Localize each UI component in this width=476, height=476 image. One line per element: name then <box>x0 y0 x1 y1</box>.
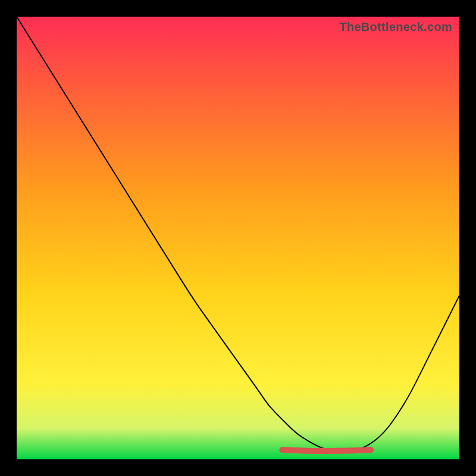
optimal-range-marker <box>282 450 371 451</box>
bottleneck-curve <box>17 17 459 450</box>
chart-frame: TheBottleneck.com <box>0 0 476 476</box>
plot-area: TheBottleneck.com <box>17 17 459 459</box>
curve-svg <box>17 17 459 459</box>
